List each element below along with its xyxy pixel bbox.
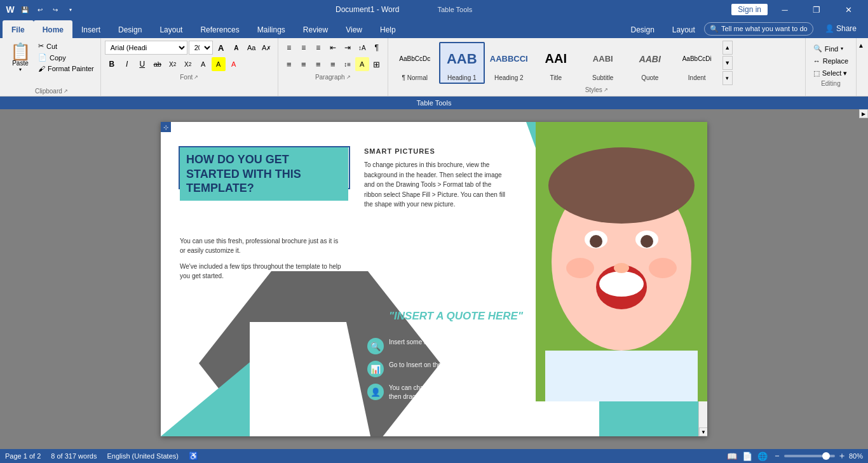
heading-area[interactable]: HOW DO YOU GET STARTED WITH THIS TEMPLAT…: [180, 147, 348, 201]
grow-font-button[interactable]: A: [214, 41, 228, 55]
style-normal[interactable]: AaBbCcDc ¶ Normal: [392, 42, 438, 84]
styles-scroll-down[interactable]: ▼: [722, 56, 733, 70]
page-info[interactable]: Page 1 of 2: [5, 452, 41, 460]
save-icon[interactable]: 💾: [19, 4, 31, 15]
align-center-button[interactable]: ≡: [297, 57, 311, 71]
tab-insert[interactable]: Insert: [72, 20, 109, 38]
italic-button[interactable]: I: [120, 57, 134, 71]
style-title[interactable]: AAI Title: [533, 42, 579, 84]
strikethrough-button[interactable]: ab: [151, 57, 165, 71]
format-painter-button[interactable]: 🖌 Format Painter: [36, 64, 97, 74]
tab-review[interactable]: Review: [294, 20, 337, 38]
svg-point-9: [649, 258, 677, 278]
collapse-ribbon-button[interactable]: ▲: [857, 41, 865, 50]
word-count[interactable]: 8 of 317 words: [51, 452, 97, 460]
tab-design2[interactable]: Design: [621, 20, 663, 38]
highlight-button[interactable]: A: [212, 57, 226, 71]
shading-button[interactable]: A: [355, 57, 369, 71]
zoom-slider[interactable]: [784, 455, 835, 457]
font-family-select[interactable]: Arial (Headi: [105, 41, 187, 55]
subscript-button[interactable]: X2: [166, 57, 180, 71]
align-left-button[interactable]: ≡: [282, 57, 296, 71]
font-color-button[interactable]: A: [227, 57, 241, 71]
read-mode-icon[interactable]: 📖: [727, 452, 737, 461]
accessibility-icon[interactable]: ♿: [189, 452, 198, 460]
smart-pictures-area[interactable]: SMART PICTURES To change pictures in thi…: [364, 147, 510, 210]
undo-icon[interactable]: ↩: [34, 4, 46, 15]
status-right: 📖 📄 🌐 － ＋ 80%: [727, 450, 863, 462]
line-spacing-button[interactable]: ↕≡: [341, 57, 355, 71]
tab-design[interactable]: Design: [109, 20, 151, 38]
redo-icon[interactable]: ↪: [50, 4, 61, 15]
scroll-down-button[interactable]: ▼: [699, 427, 707, 436]
font-dialog-icon[interactable]: ↗: [194, 74, 198, 80]
multilevel-button[interactable]: ≡: [311, 41, 325, 55]
tab-home[interactable]: Home: [34, 20, 72, 38]
cut-icon: ✂: [38, 42, 44, 50]
increase-indent-button[interactable]: ⇥: [341, 41, 355, 55]
borders-button[interactable]: ⊞: [370, 57, 384, 71]
style-heading1[interactable]: AAB Heading 1: [439, 42, 485, 84]
text-color-button[interactable]: A: [196, 57, 210, 71]
font-size-select[interactable]: 20: [189, 41, 213, 55]
quote-area[interactable]: "INSERT A QUOTE HERE": [383, 309, 523, 323]
bullets-button[interactable]: ≡: [282, 41, 296, 55]
justify-button[interactable]: ≡: [326, 57, 340, 71]
clipboard-group: 📋 Paste ▾ ✂ Cut 📄 Copy 🖌 Format Painter: [3, 38, 101, 96]
minimize-button[interactable]: ─: [770, 0, 799, 19]
cut-button[interactable]: ✂ Cut: [36, 41, 97, 51]
style-title-preview: AAI: [535, 45, 577, 73]
clipboard-dialog-icon[interactable]: ↗: [64, 88, 68, 94]
change-case-button[interactable]: Aa: [245, 41, 259, 55]
sign-in-button[interactable]: Sign in: [731, 4, 768, 15]
tab-mailings[interactable]: Mailings: [248, 20, 294, 38]
language[interactable]: English (United States): [107, 452, 179, 460]
restore-button[interactable]: ❐: [802, 0, 831, 19]
qs-dropdown-icon[interactable]: ▾: [65, 4, 76, 15]
styles-scroll-up[interactable]: ▲: [722, 41, 733, 55]
replace-button[interactable]: ↔ Replace: [810, 56, 852, 66]
table-move-handle[interactable]: ⊹: [161, 122, 171, 132]
photo-area: [536, 122, 707, 401]
tab-references[interactable]: References: [191, 20, 248, 38]
tell-me-input[interactable]: 🔍 Tell me what you want to do: [704, 22, 813, 36]
numbering-button[interactable]: ≡: [297, 41, 311, 55]
body-text-1[interactable]: You can use this fresh, professional bro…: [180, 236, 342, 255]
style-quote[interactable]: AABI Quote: [627, 42, 673, 84]
tab-view[interactable]: View: [337, 20, 371, 38]
share-button[interactable]: 👤 Share: [818, 22, 863, 36]
align-right-button[interactable]: ≡: [311, 57, 325, 71]
zoom-thumb[interactable]: [822, 452, 830, 460]
find-button[interactable]: 🔍 Find ▾: [810, 43, 852, 54]
style-subtitle[interactable]: AABI Subtitle: [580, 42, 626, 84]
select-button[interactable]: ⬚ Select ▾: [810, 68, 852, 79]
clear-format-button[interactable]: A✗: [260, 41, 274, 55]
zoom-in-button[interactable]: ＋: [837, 450, 846, 462]
superscript-button[interactable]: X2: [181, 57, 195, 71]
sort-button[interactable]: ↕A: [355, 41, 369, 55]
paste-button[interactable]: 📋 Paste ▾: [6, 41, 34, 75]
copy-button[interactable]: 📄 Copy: [36, 52, 97, 63]
tab-file[interactable]: File: [3, 20, 34, 38]
tab-layout2[interactable]: Layout: [663, 20, 704, 38]
web-layout-icon[interactable]: 🌐: [757, 452, 768, 461]
paragraph-dialog-icon[interactable]: ↗: [346, 74, 351, 80]
close-button[interactable]: ✕: [834, 0, 863, 19]
style-heading2[interactable]: AABBCCI Heading 2: [486, 42, 532, 84]
zoom-out-button[interactable]: －: [773, 450, 782, 462]
main-heading[interactable]: HOW DO YOU GET STARTED WITH THIS TEMPLAT…: [180, 147, 348, 201]
doc-page[interactable]: ⊹: [161, 122, 707, 436]
shrink-font-button[interactable]: A: [229, 41, 243, 55]
style-indent[interactable]: AaBbCcDi Indent: [674, 42, 720, 84]
show-hide-button[interactable]: ¶: [370, 41, 384, 55]
tab-help[interactable]: Help: [371, 20, 405, 38]
styles-dialog-icon[interactable]: ↗: [604, 87, 608, 93]
print-layout-icon[interactable]: 📄: [742, 452, 752, 461]
bold-button[interactable]: B: [105, 57, 119, 71]
tab-layout[interactable]: Layout: [151, 20, 191, 38]
underline-button[interactable]: U: [135, 57, 149, 71]
expand-button[interactable]: ▶: [859, 109, 868, 118]
styles-expand[interactable]: ▾: [722, 71, 733, 85]
decrease-indent-button[interactable]: ⇤: [326, 41, 340, 55]
word-app-icon[interactable]: W: [5, 4, 15, 15]
